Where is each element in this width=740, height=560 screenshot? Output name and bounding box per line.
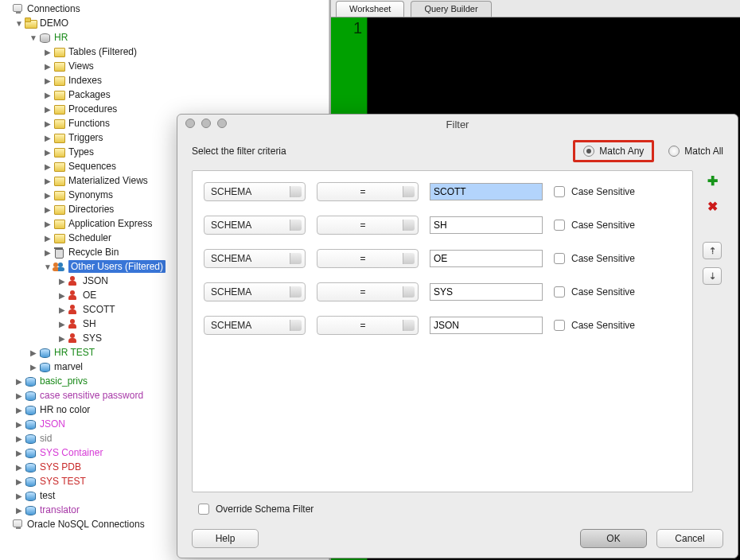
object-type-icon (53, 218, 65, 229)
operator-select[interactable]: =▴▾ (317, 182, 419, 201)
chevron-right-icon[interactable] (14, 377, 24, 386)
match-any-radio[interactable]: Match Any (573, 140, 654, 162)
checkbox-icon[interactable] (554, 253, 565, 264)
column-select[interactable]: SCHEMA▴▾ (204, 316, 306, 335)
chevron-right-icon[interactable] (43, 148, 53, 157)
chevron-right-icon[interactable] (14, 406, 24, 414)
move-up-button[interactable]: ⇡ (703, 242, 722, 259)
column-select[interactable]: SCHEMA▴▾ (204, 216, 306, 235)
chevron-right-icon[interactable] (43, 134, 53, 142)
chevron-right-icon[interactable] (14, 449, 24, 457)
checkbox-icon[interactable] (554, 220, 565, 231)
chevron-right-icon[interactable] (29, 348, 38, 357)
match-all-radio[interactable]: Match All (668, 146, 723, 157)
tree-node[interactable]: Indexes (0, 73, 329, 88)
chevron-right-icon[interactable] (43, 205, 53, 214)
tree-label: Connections (27, 3, 80, 14)
chevron-down-icon[interactable] (14, 19, 24, 28)
close-icon[interactable] (185, 119, 195, 128)
zoom-icon[interactable] (217, 119, 227, 128)
chevron-right-icon[interactable] (43, 220, 53, 228)
checkbox-icon[interactable] (554, 320, 565, 331)
column-select[interactable]: SCHEMA▴▾ (204, 182, 306, 201)
chevron-right-icon[interactable] (43, 234, 53, 243)
column-select[interactable]: SCHEMA▴▾ (204, 282, 306, 301)
tree-label: OE (83, 290, 96, 301)
delete-row-button[interactable]: ✖ (703, 197, 721, 215)
tree-node-demo[interactable]: DEMO (0, 16, 329, 30)
operator-select[interactable]: =▴▾ (317, 249, 419, 268)
column-select[interactable]: SCHEMA▴▾ (204, 249, 306, 268)
chevron-right-icon[interactable] (14, 492, 24, 500)
add-row-button[interactable]: ✚ (703, 172, 721, 189)
case-sensitive-checkbox[interactable]: Case Sensitive (554, 220, 635, 231)
chevron-right-icon[interactable] (57, 334, 67, 343)
operator-select[interactable]: =▴▾ (317, 282, 419, 301)
tree-label: translator (40, 504, 80, 515)
checkbox-icon[interactable] (554, 286, 565, 298)
tree-label: HR TEST (54, 347, 95, 358)
chevron-down-icon[interactable] (29, 33, 38, 42)
chevron-right-icon[interactable] (43, 119, 53, 128)
tree-node[interactable]: Packages (0, 88, 329, 102)
connections-icon (11, 3, 24, 14)
operator-select[interactable]: =▴▾ (317, 216, 419, 235)
tab-query-builder[interactable]: Query Builder (411, 1, 491, 17)
chevron-right-icon[interactable] (43, 248, 53, 257)
chevron-right-icon[interactable] (57, 320, 67, 329)
filter-value-input[interactable] (430, 250, 543, 267)
chevron-right-icon[interactable] (57, 277, 67, 286)
chevron-right-icon[interactable] (43, 91, 53, 99)
filter-rule-row: SCHEMA▴▾=▴▾Case Sensitive (204, 282, 681, 301)
chevron-right-icon[interactable] (14, 420, 24, 429)
case-sensitive-checkbox[interactable]: Case Sensitive (554, 253, 635, 264)
chevron-right-icon[interactable] (43, 62, 53, 71)
chevron-right-icon[interactable] (57, 291, 67, 300)
chevron-down-icon[interactable] (43, 262, 53, 271)
ok-button[interactable]: OK (580, 529, 647, 548)
chevron-updown-icon: ▴▾ (296, 253, 299, 262)
db-icon (24, 433, 37, 444)
minimize-icon[interactable] (201, 119, 211, 128)
tree-node-hr[interactable]: HR (0, 30, 329, 45)
filter-dialog: Filter Select the filter criteria Match … (177, 114, 738, 558)
case-sensitive-checkbox[interactable]: Case Sensitive (554, 186, 635, 197)
override-schema-filter[interactable]: Override Schema Filter (198, 504, 723, 515)
chevron-right-icon[interactable] (43, 105, 53, 114)
operator-select[interactable]: =▴▾ (317, 316, 419, 335)
chevron-right-icon[interactable] (43, 177, 53, 185)
case-sensitive-checkbox[interactable]: Case Sensitive (554, 286, 635, 298)
filter-value-input[interactable] (430, 183, 543, 200)
select-value: = (360, 320, 365, 331)
checkbox-icon[interactable] (554, 186, 565, 197)
tree-root-connections[interactable]: Connections (0, 2, 329, 16)
filter-value-input[interactable] (430, 317, 543, 334)
filter-value-input[interactable] (430, 216, 543, 234)
cancel-button[interactable]: Cancel (656, 529, 723, 548)
chevron-right-icon[interactable] (43, 76, 53, 85)
tab-worksheet[interactable]: Worksheet (336, 1, 404, 17)
chevron-right-icon[interactable] (43, 48, 53, 56)
checkbox-label: Case Sensitive (571, 320, 635, 331)
chevron-right-icon[interactable] (14, 463, 24, 472)
tree-node[interactable]: Tables (Filtered) (0, 45, 329, 59)
chevron-right-icon[interactable] (43, 191, 53, 200)
move-down-button[interactable]: ⇣ (703, 267, 722, 285)
chevron-right-icon[interactable] (57, 305, 67, 314)
chevron-right-icon[interactable] (43, 162, 53, 171)
chevron-right-icon[interactable] (29, 363, 38, 371)
tree-label: test (40, 490, 55, 501)
chevron-right-icon[interactable] (14, 391, 24, 400)
filter-value-input[interactable] (430, 283, 543, 301)
dialog-titlebar[interactable]: Filter (177, 115, 738, 134)
chevron-right-icon[interactable] (14, 434, 24, 443)
case-sensitive-checkbox[interactable]: Case Sensitive (554, 320, 635, 331)
tree-node[interactable]: Views (0, 59, 329, 73)
match-radio-group: Match Any Match All (573, 140, 723, 162)
chevron-right-icon[interactable] (14, 506, 24, 515)
chevron-right-icon[interactable] (14, 477, 24, 486)
help-button[interactable]: Help (192, 529, 259, 548)
trash-icon (53, 247, 65, 258)
tree-label: Scheduler (68, 232, 111, 243)
checkbox-icon[interactable] (198, 504, 209, 515)
